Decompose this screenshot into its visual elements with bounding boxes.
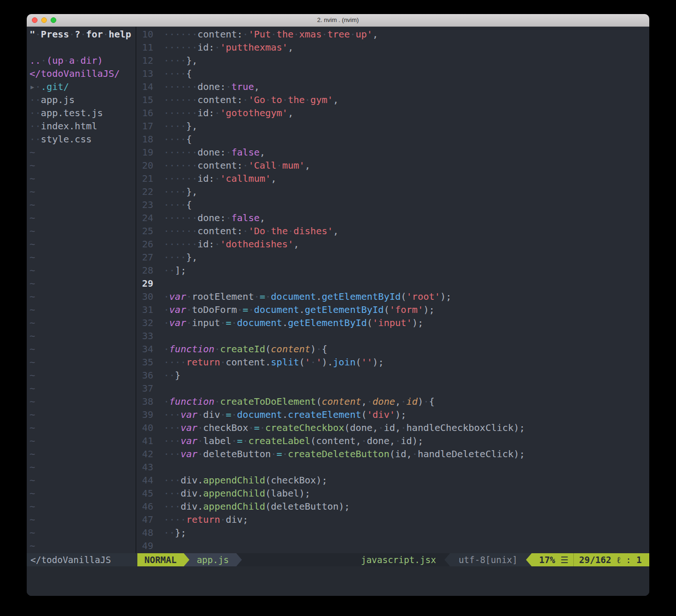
code-line[interactable]: 37 bbox=[136, 382, 649, 395]
code-line[interactable]: 34·function·createId(content)·{ bbox=[136, 342, 649, 356]
whitespace-dot: · bbox=[232, 409, 237, 420]
explorer-file-app-js[interactable]: ··app.js bbox=[30, 93, 135, 106]
command-line-area[interactable] bbox=[27, 566, 649, 596]
powerline-arrow-icon bbox=[444, 553, 450, 566]
code-line[interactable]: 49 bbox=[136, 539, 649, 552]
code-line[interactable]: 13····{ bbox=[136, 67, 649, 80]
code-line[interactable]: 10······content:·'Put·the·xmas·tree·up', bbox=[136, 28, 649, 41]
whitespace-dot: ···· bbox=[164, 186, 186, 197]
code-line[interactable]: 22····}, bbox=[136, 185, 649, 198]
code-line[interactable]: 11······id:·'putthexmas', bbox=[136, 41, 649, 54]
code-line[interactable]: 44···div.appendChild(checkBox); bbox=[136, 474, 649, 487]
file-explorer-pane[interactable]: "·Press·?·for·help..·(up·a·dir)</todoVan… bbox=[27, 27, 135, 553]
code-line[interactable]: 41···var·label·=·createLabel(content,·do… bbox=[136, 434, 649, 447]
code-line[interactable]: 21······id:·'callmum', bbox=[136, 172, 649, 185]
code-line[interactable]: 47····return·div; bbox=[136, 513, 649, 526]
code-line[interactable]: 27····}, bbox=[136, 251, 649, 264]
code-line[interactable]: 23····{ bbox=[136, 198, 649, 211]
whitespace-dot: · bbox=[197, 435, 203, 446]
status-middle-segment: javascript.jsx bbox=[236, 553, 450, 566]
code-line[interactable]: 19······done:·false, bbox=[136, 146, 649, 159]
explorer-file-index-html[interactable]: ··index.html bbox=[30, 119, 135, 133]
code-line-text: ···var·div·=·document.createElement('div… bbox=[164, 408, 649, 421]
code-line[interactable]: 18····{ bbox=[136, 133, 649, 146]
whitespace-dot: · bbox=[243, 160, 248, 171]
tilde-marker: ~ bbox=[30, 317, 35, 328]
code-line[interactable]: 26······id:·'dothedishes', bbox=[136, 237, 649, 251]
code-line-text: ·var·toDoForm·=·document.getElementById(… bbox=[164, 303, 649, 316]
line-number: 43 bbox=[136, 460, 153, 474]
explorer-file-app-test-js[interactable]: ··app.test.js bbox=[30, 106, 135, 119]
empty-buffer-line: ~ bbox=[30, 487, 135, 500]
code-token: checkBox bbox=[203, 422, 248, 433]
code-line[interactable]: 42···var·deleteButton·=·createDeleteButt… bbox=[136, 447, 649, 460]
code-line[interactable]: 45···div.appendChild(label); bbox=[136, 487, 649, 500]
explorer-file-style-css[interactable]: ··style.css bbox=[30, 133, 135, 146]
tilde-marker: ~ bbox=[30, 304, 35, 315]
zoom-button[interactable] bbox=[51, 17, 56, 23]
code-line[interactable]: 33 bbox=[136, 329, 649, 342]
code-line[interactable]: 35····return·content.split('·').join('')… bbox=[136, 356, 649, 369]
code-line[interactable]: 46···div.appendChild(deleteButton); bbox=[136, 500, 649, 513]
code-token: , bbox=[254, 81, 260, 92]
code-token: appendChild bbox=[203, 475, 265, 486]
code-line[interactable]: 15······content:·'Go·to·the·gym', bbox=[136, 93, 649, 106]
code-line[interactable]: 48··}; bbox=[136, 526, 649, 539]
code-token: = bbox=[254, 422, 260, 433]
code-token: the bbox=[288, 94, 305, 105]
code-token: createDeleteButton bbox=[288, 448, 390, 460]
line-number: 21 bbox=[136, 172, 153, 185]
empty-buffer-line: ~ bbox=[30, 146, 135, 159]
code-token: getElementById bbox=[288, 317, 367, 328]
whitespace-dot: ·· bbox=[164, 370, 175, 381]
close-button[interactable] bbox=[32, 17, 38, 23]
line-number: 10 bbox=[136, 28, 153, 41]
code-line[interactable]: 14······done:·true, bbox=[136, 80, 649, 93]
code-token: split bbox=[271, 356, 299, 368]
code-token: false bbox=[232, 212, 260, 223]
window-titlebar[interactable]: 2. nvim . (nvim) bbox=[27, 14, 649, 27]
code-line[interactable]: 25······content:·'Do·the·dishes', bbox=[136, 224, 649, 237]
code-line[interactable]: 39···var·div·=·document.createElement('d… bbox=[136, 408, 649, 421]
code-token: done bbox=[373, 396, 395, 407]
code-editor-pane[interactable]: 10······content:·'Put·the·xmas·tree·up',… bbox=[136, 27, 649, 553]
code-line[interactable]: 24······done:·false, bbox=[136, 211, 649, 224]
code-line[interactable]: 28··]; bbox=[136, 264, 649, 277]
code-token: ( bbox=[355, 356, 361, 368]
explorer-root-dir[interactable]: </todoVanillaJS/ bbox=[30, 67, 135, 80]
status-encoding-segment: utf-8[unix] bbox=[450, 553, 532, 566]
code-line[interactable]: 38·function·createToDoElement(content,·d… bbox=[136, 395, 649, 408]
whitespace-dot: ······ bbox=[164, 212, 197, 223]
code-line-text: ······id:·'dothedishes', bbox=[164, 237, 649, 251]
code-line[interactable]: 16······id:·'gotothegym', bbox=[136, 106, 649, 119]
code-token: (content, bbox=[310, 435, 361, 446]
code-line[interactable]: 40···var·checkBox·=·createCheckbox(done,… bbox=[136, 421, 649, 434]
empty-buffer-line: ~ bbox=[30, 460, 135, 474]
whitespace-dot: ···· bbox=[164, 514, 186, 525]
code-token: 'Do bbox=[248, 225, 265, 237]
code-line[interactable]: 17····}, bbox=[136, 119, 649, 133]
code-line[interactable]: 43 bbox=[136, 460, 649, 474]
whitespace-dot: · bbox=[220, 356, 225, 368]
code-token: ( bbox=[361, 409, 367, 420]
code-line[interactable]: 20······content:·'Call·mum', bbox=[136, 159, 649, 172]
code-line[interactable]: 12····}, bbox=[136, 54, 649, 67]
explorer-dir-git[interactable]: ▸·.git/ bbox=[30, 80, 135, 93]
explorer-up-dir[interactable]: ..·(up·a·dir) bbox=[30, 54, 135, 67]
code-token: . bbox=[282, 317, 288, 328]
code-line-text: ···div.appendChild(checkBox); bbox=[164, 474, 649, 487]
code-line[interactable]: 32·var·input·=·document.getElementById('… bbox=[136, 316, 649, 329]
tilde-marker: ~ bbox=[30, 343, 35, 355]
code-line[interactable]: 30·var·rootElement·=·document.getElement… bbox=[136, 290, 649, 303]
code-token: 'input' bbox=[373, 317, 412, 328]
code-token: (done, bbox=[344, 422, 378, 433]
code-line[interactable]: 29 bbox=[136, 277, 649, 290]
code-line[interactable]: 31·var·toDoForm·=·document.getElementByI… bbox=[136, 303, 649, 316]
whitespace-dot: · bbox=[237, 304, 243, 315]
code-line[interactable]: 36··} bbox=[136, 369, 649, 382]
minimize-button[interactable] bbox=[41, 17, 47, 23]
code-token: ( bbox=[367, 317, 373, 328]
code-line-text: ··}; bbox=[164, 526, 649, 539]
code-token: function bbox=[169, 396, 214, 407]
line-number: 41 bbox=[136, 434, 153, 447]
